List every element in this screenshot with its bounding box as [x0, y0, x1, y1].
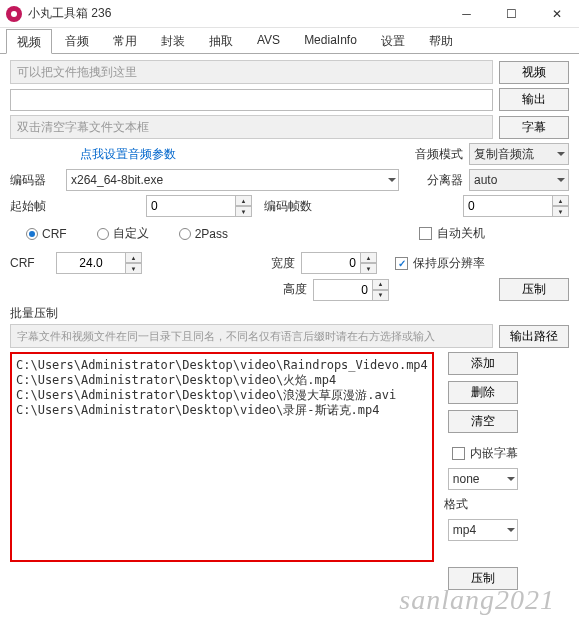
chevron-down-icon — [507, 528, 515, 532]
close-button[interactable]: ✕ — [534, 0, 579, 28]
spin-down-icon[interactable]: ▼ — [360, 263, 377, 274]
spin-up-icon[interactable]: ▲ — [360, 252, 377, 263]
output-path-button[interactable]: 输出路径 — [499, 325, 569, 348]
spin-down-icon[interactable]: ▼ — [372, 290, 389, 301]
subtitle-drop-area[interactable]: 双击清空字幕文件文本框 — [10, 115, 493, 139]
video-drop-area[interactable]: 可以把文件拖拽到这里 — [10, 60, 493, 84]
clear-button[interactable]: 清空 — [448, 410, 518, 433]
tab-常用[interactable]: 常用 — [102, 28, 148, 53]
chevron-down-icon — [507, 477, 515, 481]
spin-up-icon[interactable]: ▲ — [235, 195, 252, 206]
file-item[interactable]: C:\Users\Administrator\Desktop\video\浪漫大… — [16, 388, 428, 403]
format-combo[interactable]: mp4 — [448, 519, 518, 541]
spin-down-icon[interactable]: ▼ — [552, 206, 569, 217]
embed-sub-checkbox[interactable]: 内嵌字幕 — [452, 445, 518, 462]
spin-up-icon[interactable]: ▲ — [552, 195, 569, 206]
tab-设置[interactable]: 设置 — [370, 28, 416, 53]
compress-button[interactable]: 压制 — [499, 278, 569, 301]
audio-mode-combo[interactable]: 复制音频流 — [469, 143, 569, 165]
file-item[interactable]: C:\Users\Administrator\Desktop\video\Rai… — [16, 358, 428, 373]
delete-button[interactable]: 删除 — [448, 381, 518, 404]
output-button[interactable]: 输出 — [499, 88, 569, 111]
svg-point-0 — [11, 11, 17, 17]
tab-封装[interactable]: 封装 — [150, 28, 196, 53]
window-title: 小丸工具箱 236 — [28, 5, 444, 22]
tab-AVS[interactable]: AVS — [246, 28, 291, 53]
crf-radio[interactable]: CRF — [26, 227, 67, 241]
spin-down-icon[interactable]: ▼ — [125, 263, 142, 274]
crf-spinner[interactable]: ▲▼ — [56, 252, 142, 274]
spin-down-icon[interactable]: ▼ — [235, 206, 252, 217]
chevron-down-icon — [557, 178, 565, 182]
batch-compress-button[interactable]: 压制 — [448, 567, 518, 590]
crf-label: CRF — [10, 256, 50, 270]
spin-up-icon[interactable]: ▲ — [125, 252, 142, 263]
auto-shutdown-checkbox[interactable]: 自动关机 — [419, 225, 485, 242]
chevron-down-icon — [388, 178, 396, 182]
batch-hint[interactable]: 字幕文件和视频文件在同一目录下且同名，不同名仅有语言后缀时请在右方选择或输入 — [10, 324, 493, 348]
encoder-combo[interactable]: x264_64-8bit.exe — [66, 169, 399, 191]
add-button[interactable]: 添加 — [448, 352, 518, 375]
tab-帮助[interactable]: 帮助 — [418, 28, 464, 53]
titlebar: 小丸工具箱 236 ─ ☐ ✕ — [0, 0, 579, 28]
chevron-down-icon — [557, 152, 565, 156]
video-button[interactable]: 视频 — [499, 61, 569, 84]
encode-frames-spinner[interactable]: ▲▼ — [463, 195, 569, 217]
tab-抽取[interactable]: 抽取 — [198, 28, 244, 53]
tab-视频[interactable]: 视频 — [6, 29, 52, 54]
file-item[interactable]: C:\Users\Administrator\Desktop\video\火焰.… — [16, 373, 428, 388]
sub-lang-combo[interactable]: none — [448, 468, 518, 490]
height-label: 高度 — [283, 281, 307, 298]
start-frame-label: 起始帧 — [10, 198, 60, 215]
tab-bar: 视频音频常用封装抽取AVSMediaInfo设置帮助 — [0, 28, 579, 54]
tab-音频[interactable]: 音频 — [54, 28, 100, 53]
minimize-button[interactable]: ─ — [444, 0, 489, 28]
audio-mode-label: 音频模式 — [415, 146, 463, 163]
start-frame-spinner[interactable]: ▲▼ — [146, 195, 252, 217]
width-label: 宽度 — [271, 255, 295, 272]
width-spinner[interactable]: ▲▼ — [301, 252, 377, 274]
custom-radio[interactable]: 自定义 — [97, 225, 149, 242]
file-item[interactable]: C:\Users\Administrator\Desktop\video\录屏-… — [16, 403, 428, 418]
app-icon — [6, 6, 22, 22]
demuxer-label: 分离器 — [427, 172, 463, 189]
height-spinner[interactable]: ▲▼ — [313, 279, 389, 301]
demuxer-combo[interactable]: auto — [469, 169, 569, 191]
file-list[interactable]: C:\Users\Administrator\Desktop\video\Rai… — [10, 352, 434, 562]
encode-frames-label: 编码帧数 — [264, 198, 312, 215]
twopass-radio[interactable]: 2Pass — [179, 227, 228, 241]
keep-res-checkbox[interactable]: 保持原分辨率 — [395, 255, 485, 272]
subtitle-button[interactable]: 字幕 — [499, 116, 569, 139]
maximize-button[interactable]: ☐ — [489, 0, 534, 28]
spin-up-icon[interactable]: ▲ — [372, 279, 389, 290]
format-label: 格式 — [444, 496, 468, 513]
output-path-field[interactable] — [10, 89, 493, 111]
encoder-label: 编码器 — [10, 172, 60, 189]
tab-MediaInfo[interactable]: MediaInfo — [293, 28, 368, 53]
batch-title: 批量压制 — [10, 305, 569, 322]
audio-param-link[interactable]: 点我设置音频参数 — [80, 146, 176, 163]
